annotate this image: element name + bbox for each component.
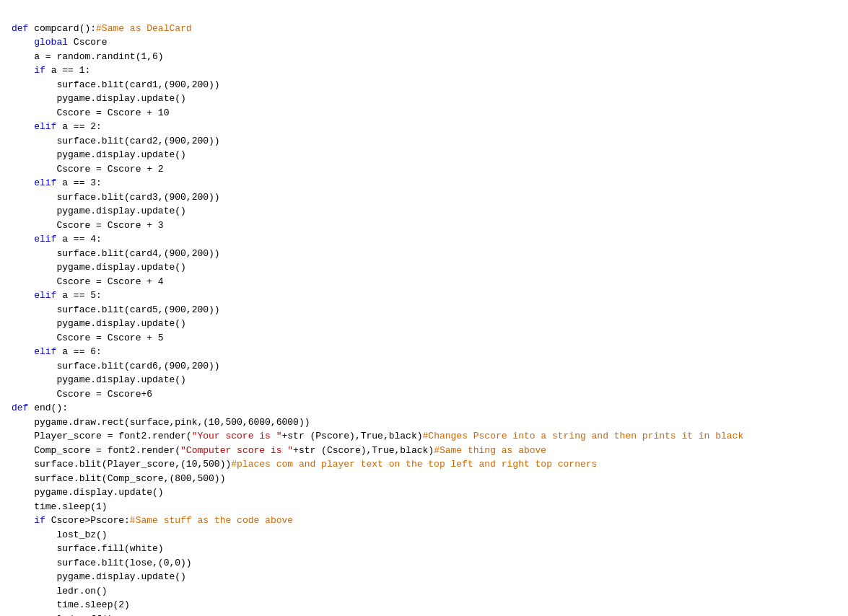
- line-35: time.sleep(1): [12, 501, 108, 512]
- line-29: pygame.draw.rect(surface,pink,(10,500,60…: [12, 417, 310, 428]
- line-31: Comp_score = font2.render("Computer scor…: [12, 445, 546, 456]
- line-25: surface.blit(card6,(900,200)): [12, 361, 220, 371]
- line-10: pygame.display.update(): [12, 149, 186, 160]
- line-22: pygame.display.update(): [12, 318, 186, 329]
- line-20: elif a == 5:: [12, 290, 102, 301]
- line-4: if a == 1:: [12, 65, 90, 76]
- line-39: surface.blit(lose,(0,0)): [12, 558, 192, 568]
- line-42: time.sleep(2): [12, 599, 130, 610]
- line-3: a = random.randint(1,6): [12, 51, 164, 62]
- line-37: lost_bz(): [12, 529, 108, 540]
- line-40: pygame.display.update(): [12, 571, 186, 582]
- line-16: elif a == 4:: [12, 234, 102, 245]
- line-8: elif a == 2:: [12, 121, 102, 132]
- line-14: pygame.display.update(): [12, 206, 186, 216]
- line-15: Cscore = Cscore + 3: [12, 220, 164, 231]
- line-30: Player_score = font2.render("Your score …: [12, 431, 743, 441]
- line-33: surface.blit(Comp_score,(800,500)): [12, 473, 225, 484]
- line-23: Cscore = Cscore + 5: [12, 333, 164, 343]
- line-17: surface.blit(card4,(900,200)): [12, 248, 220, 259]
- line-18: pygame.display.update(): [12, 262, 186, 273]
- line-21: surface.blit(card5,(900,200)): [12, 304, 220, 315]
- line-5: surface.blit(card1,(900,200)): [12, 79, 220, 90]
- code-editor: def compcard():#Same as DealCard global …: [12, 7, 836, 616]
- line-34: pygame.display.update(): [12, 487, 164, 498]
- line-7: Cscore = Cscore + 10: [12, 107, 169, 118]
- line-38: surface.fill(white): [12, 543, 164, 554]
- line-32: surface.blit(Player_score,(10,500))#plac…: [12, 459, 597, 470]
- line-1: def compcard():#Same as DealCard: [12, 23, 192, 34]
- line-13: surface.blit(card3,(900,200)): [12, 192, 220, 203]
- line-28: def end():: [12, 402, 68, 413]
- line-6: pygame.display.update(): [12, 93, 186, 104]
- line-19: Cscore = Cscore + 4: [12, 276, 164, 287]
- line-24: elif a == 6:: [12, 346, 102, 357]
- line-26: pygame.display.update(): [12, 374, 186, 385]
- line-2: global Cscore: [12, 37, 108, 48]
- line-12: elif a == 3:: [12, 177, 102, 188]
- line-43: ledr.off(): [12, 614, 113, 617]
- line-41: ledr.on(): [12, 586, 108, 597]
- line-9: surface.blit(card2,(900,200)): [12, 136, 220, 146]
- line-36: if Cscore>Pscore:#Same stuff as the code…: [12, 515, 293, 526]
- line-11: Cscore = Cscore + 2: [12, 164, 164, 175]
- line-27: Cscore = Cscore+6: [12, 389, 152, 400]
